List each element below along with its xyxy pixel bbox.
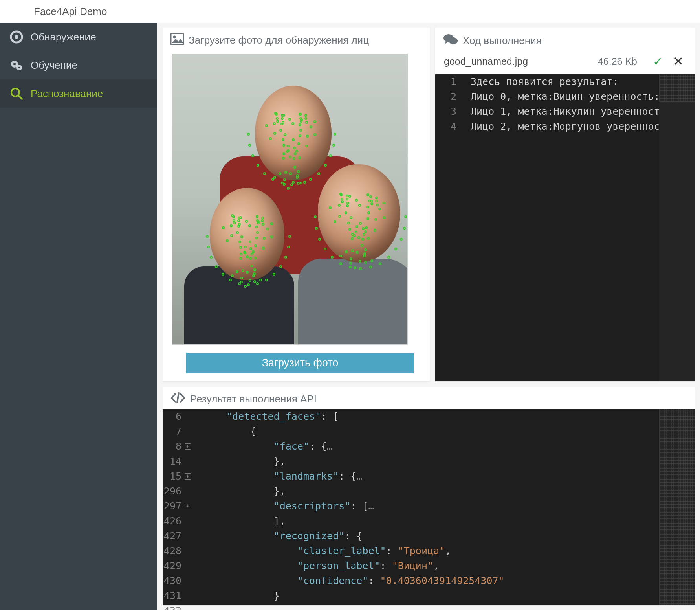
landmark-dot bbox=[364, 248, 367, 251]
landmark-dot bbox=[317, 172, 320, 175]
landmark-dot bbox=[236, 231, 239, 234]
landmark-dot bbox=[251, 253, 253, 255]
landmark-dot bbox=[252, 250, 255, 253]
landmark-dot bbox=[230, 224, 233, 227]
landmark-dot bbox=[270, 235, 273, 238]
sidebar-item-training[interactable]: Обучение bbox=[0, 51, 157, 79]
landmark-dot bbox=[338, 215, 341, 218]
log-editor[interactable]: 1234 Здесь появится результат:Лицо 0, ме… bbox=[435, 74, 695, 381]
landmark-dot bbox=[305, 121, 308, 124]
landmark-dot bbox=[366, 206, 369, 208]
landmark-dot bbox=[238, 282, 241, 285]
svg-point-4 bbox=[13, 63, 16, 65]
upload-button[interactable]: Загрузить фото bbox=[186, 353, 414, 373]
landmark-dot bbox=[351, 237, 354, 240]
svg-point-1 bbox=[15, 35, 18, 39]
landmark-dot bbox=[346, 198, 348, 200]
landmark-dot bbox=[365, 226, 368, 229]
landmark-dot bbox=[288, 235, 291, 238]
target-icon bbox=[9, 30, 24, 44]
result-editor[interactable]: 678+1415+296297+426427428429430431432433… bbox=[163, 409, 695, 605]
landmark-dot bbox=[254, 257, 257, 259]
landmark-dot bbox=[279, 172, 281, 175]
landmark-dot bbox=[359, 267, 362, 270]
landmark-dot bbox=[246, 255, 249, 258]
file-name: good_unnamed.jpg bbox=[444, 56, 590, 67]
landmark-dot bbox=[253, 272, 256, 275]
landmark-dot bbox=[374, 229, 376, 232]
landmark-dot bbox=[296, 174, 299, 177]
landmark-dot bbox=[295, 150, 298, 152]
landmark-dot bbox=[279, 265, 282, 268]
landmark-dot bbox=[244, 285, 247, 288]
file-size: 46.26 Kb bbox=[598, 56, 637, 67]
landmark-dot bbox=[263, 237, 266, 240]
landmark-dot bbox=[387, 256, 390, 259]
sidebar-item-recognition[interactable]: Распознавание bbox=[0, 79, 157, 108]
editor-minimap[interactable] bbox=[659, 74, 695, 381]
landmark-dot bbox=[240, 277, 243, 279]
svg-line-12 bbox=[177, 393, 179, 402]
landmark-dot bbox=[265, 279, 268, 281]
fold-toggle[interactable]: + bbox=[185, 473, 191, 480]
landmark-dot bbox=[266, 228, 269, 230]
landmark-dot bbox=[346, 202, 349, 204]
search-icon bbox=[9, 86, 24, 101]
landmark-dot bbox=[361, 244, 363, 247]
sidebar-item-detection[interactable]: Обнаружение bbox=[0, 23, 157, 51]
landmark-dot bbox=[351, 249, 354, 252]
landmark-dot bbox=[310, 125, 312, 128]
result-panel: Результат выполнения API 678+1415+296297… bbox=[163, 387, 695, 605]
landmark-dot bbox=[262, 223, 264, 226]
landmark-dot bbox=[243, 251, 246, 254]
landmark-dot bbox=[374, 218, 377, 221]
landmark-dot bbox=[313, 133, 316, 136]
landmark-dot bbox=[370, 200, 373, 202]
landmark-dot bbox=[359, 222, 362, 225]
landmark-dot bbox=[297, 182, 300, 185]
fold-toggle[interactable]: + bbox=[185, 503, 191, 509]
result-panel-title: Результат выполнения API bbox=[190, 393, 317, 405]
landmark-dot bbox=[394, 248, 397, 250]
landmark-dot bbox=[376, 204, 379, 206]
landmark-dot bbox=[281, 117, 284, 120]
landmark-dot bbox=[293, 147, 296, 149]
landmark-dot bbox=[293, 157, 295, 160]
landmark-dot bbox=[305, 145, 308, 147]
upload-panel: Загрузите фото для обнаружения лиц bbox=[163, 28, 430, 381]
sidebar-item-label: Обучение bbox=[31, 59, 77, 72]
landmark-dot bbox=[249, 279, 251, 282]
landmark-dot bbox=[364, 261, 367, 264]
landmark-dot bbox=[345, 250, 348, 253]
landmark-dot bbox=[282, 138, 284, 141]
landmark-dot bbox=[282, 157, 285, 160]
landmark-dot bbox=[262, 247, 265, 250]
landmark-dot bbox=[261, 217, 264, 219]
sidebar-item-label: Распознавание bbox=[31, 88, 103, 100]
landmark-dot bbox=[245, 220, 248, 223]
landmark-dot bbox=[306, 135, 309, 138]
landmark-dot bbox=[269, 137, 272, 140]
landmark-dot bbox=[273, 122, 276, 125]
landmark-dot bbox=[367, 211, 370, 214]
editor-minimap[interactable] bbox=[659, 409, 695, 605]
landmark-dot bbox=[253, 280, 256, 283]
landmark-dot bbox=[279, 129, 282, 132]
landmark-dot bbox=[361, 238, 364, 241]
landmark-dot bbox=[215, 265, 218, 268]
close-icon[interactable]: ✕ bbox=[671, 54, 686, 69]
landmark-dot bbox=[206, 235, 209, 238]
landmark-dot bbox=[273, 132, 276, 135]
landmark-dot bbox=[400, 238, 403, 241]
landmark-dot bbox=[299, 117, 302, 120]
landmark-dot bbox=[288, 118, 291, 121]
landmark-dot bbox=[284, 133, 286, 136]
landmark-dot bbox=[282, 144, 285, 147]
landmark-dot bbox=[309, 178, 312, 181]
code-icon bbox=[170, 392, 185, 406]
landmark-dot bbox=[239, 257, 242, 260]
landmark-dot bbox=[364, 230, 367, 233]
svg-point-9 bbox=[173, 36, 176, 39]
fold-toggle[interactable]: + bbox=[185, 443, 191, 450]
landmark-dot bbox=[303, 181, 306, 184]
